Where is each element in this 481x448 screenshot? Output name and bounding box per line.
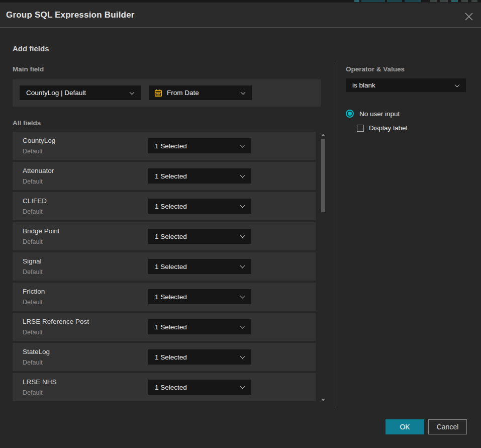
no-user-input-radio[interactable]: No user input [346,110,400,118]
fields-list-scrollbar[interactable] [320,132,326,403]
chevron-down-icon [240,294,245,299]
field-sublabel: Default [23,148,43,155]
field-name: LRSE NHS [23,378,57,386]
field-selection-dropdown[interactable]: 1 Selected [148,349,251,365]
field-selection-dropdown[interactable]: 1 Selected [148,319,251,334]
ok-button[interactable]: OK [386,419,424,434]
background-app-fragment [440,0,448,2]
background-app-fragment [361,0,385,2]
field-row: LRSE NHSDefault1 Selected [13,373,316,401]
field-sublabel: Default [23,178,43,185]
field-row: AttenuatorDefault1 Selected [13,162,316,190]
field-name: StateLog [23,348,50,355]
background-app-fragment [430,0,437,2]
background-app-fragment [451,0,458,2]
chevron-down-icon [130,89,135,95]
radio-selected-icon [346,110,354,118]
background-app-fragment [354,0,359,2]
dialog-titlebar: Group SQL Expression Builder [0,3,481,28]
main-field-dropdown[interactable]: From Date [149,85,252,100]
field-name: Signal [23,257,42,265]
chevron-down-icon [240,143,245,148]
field-name: CLIFED [23,197,47,205]
dialog-title: Group SQL Expression Builder [6,10,135,20]
field-row: CountyLogDefault1 Selected [13,132,316,160]
main-field-label: Main field [13,65,44,73]
field-selection-value: 1 Selected [148,384,187,391]
field-sublabel: Default [23,208,43,215]
field-selection-value: 1 Selected [148,233,187,240]
background-app-fragment [405,0,421,2]
checkbox-unchecked-icon [357,125,364,132]
group-sql-expression-builder-dialog: Group SQL Expression Builder Add fields … [0,0,481,448]
field-row: FrictionDefault1 Selected [13,283,316,311]
field-row: Bridge PointDefault1 Selected [13,222,316,250]
operator-dropdown-value: is blank [346,81,375,89]
scrollbar-thumb[interactable] [321,139,325,212]
background-app-fragment [471,0,477,2]
field-selection-value: 1 Selected [148,263,187,271]
field-selection-value: 1 Selected [148,172,187,180]
chevron-down-icon [240,384,245,389]
field-name: CountyLog [23,137,55,144]
field-selection-value: 1 Selected [148,293,187,301]
all-fields-label: All fields [13,119,41,127]
chevron-down-icon [240,233,245,238]
main-field-panel: CountyLog | Default From Date [13,79,321,107]
field-sublabel: Default [23,389,43,396]
no-user-input-label: No user input [359,110,400,118]
operator-values-label: Operator & Values [346,65,405,73]
field-selection-value: 1 Selected [148,142,187,150]
chevron-down-icon [240,354,245,359]
field-selection-dropdown[interactable]: 1 Selected [148,199,251,214]
field-selection-value: 1 Selected [148,353,187,361]
chevron-down-icon [240,263,245,268]
chevron-down-icon [241,89,246,95]
chevron-down-icon [455,82,460,87]
all-fields-list: CountyLogDefault1 SelectedAttenuatorDefa… [13,132,316,403]
field-selection-dropdown[interactable]: 1 Selected [148,380,251,395]
chevron-down-icon [240,203,245,208]
field-name: Friction [23,288,45,295]
field-row: LRSE Reference PostDefault1 Selected [13,313,316,341]
calendar-icon [154,89,162,97]
field-selection-dropdown[interactable]: 1 Selected [148,229,251,244]
field-row: StateLogDefault1 Selected [13,343,316,371]
operator-dropdown[interactable]: is blank [346,78,466,92]
field-name: Attenuator [23,167,54,174]
field-selection-dropdown[interactable]: 1 Selected [148,138,251,153]
field-row: SignalDefault1 Selected [13,252,316,281]
close-button[interactable] [463,11,474,22]
display-label-checkbox[interactable]: Display label [357,124,408,132]
field-sublabel: Default [23,299,43,306]
panel-divider [334,62,334,408]
field-name: Bridge Point [23,227,60,235]
field-selection-dropdown[interactable]: 1 Selected [148,168,251,184]
scroll-down-icon[interactable] [321,399,325,401]
background-app-fragment [461,0,468,2]
field-sublabel: Default [23,329,43,336]
add-fields-heading: Add fields [13,44,49,53]
chevron-down-icon [240,324,245,329]
display-label-label: Display label [369,124,408,132]
scroll-up-icon[interactable] [321,134,325,136]
chevron-down-icon [240,173,245,178]
field-name: LRSE Reference Post [23,318,89,325]
field-selection-value: 1 Selected [148,323,187,331]
field-selection-value: 1 Selected [148,203,187,210]
field-sublabel: Default [23,359,43,366]
cancel-button[interactable]: Cancel [428,419,467,434]
main-field-dropdown-value: From Date [162,89,199,97]
field-sublabel: Default [23,238,43,245]
main-layer-dropdown-value: CountyLog | Default [20,89,86,97]
field-sublabel: Default [23,268,43,276]
field-selection-dropdown[interactable]: 1 Selected [148,289,251,304]
background-app-fragment [387,0,402,2]
main-layer-dropdown[interactable]: CountyLog | Default [20,85,141,100]
field-row: CLIFEDDefault1 Selected [13,192,316,220]
field-selection-dropdown[interactable]: 1 Selected [148,259,251,274]
close-icon [464,12,473,21]
